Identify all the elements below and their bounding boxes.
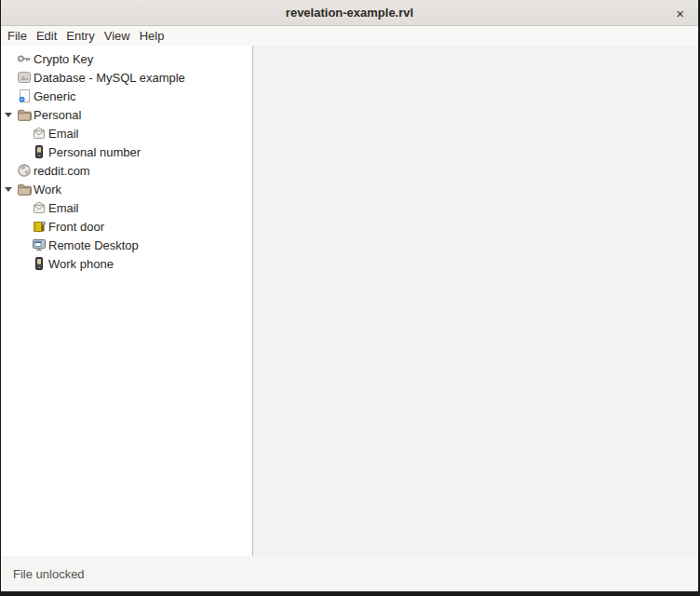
tree-item-label: Email: [48, 201, 79, 215]
phone-icon: [32, 144, 47, 159]
tree-row-generic[interactable]: Generic: [1, 87, 252, 105]
tree-row-reddit[interactable]: reddit.com: [1, 161, 252, 180]
expander-spacer: [20, 144, 32, 159]
tree-row-database[interactable]: Database - MySQL example: [1, 68, 252, 87]
tree-item-label: Crypto Key: [34, 52, 93, 66]
key-icon: [17, 51, 32, 66]
app-window: revelation-example.rvl × File Edit Entry…: [1, 0, 698, 591]
tree-item-label: Email: [48, 127, 79, 141]
tree-row-personal-number[interactable]: Personal number: [1, 142, 252, 161]
expander-spacer: [5, 70, 17, 85]
menu-entry[interactable]: Entry: [61, 27, 99, 45]
door-icon: [32, 219, 47, 234]
detail-pane: [253, 46, 698, 556]
email-icon: [32, 126, 47, 141]
menu-view[interactable]: View: [100, 27, 135, 45]
tree-item-label: Generic: [34, 89, 76, 103]
menu-file[interactable]: File: [3, 27, 32, 45]
expander-arrow-icon[interactable]: [5, 107, 17, 122]
tree-row-remote-desktop[interactable]: Remote Desktop: [1, 236, 252, 254]
expander-spacer: [20, 200, 32, 215]
expander-spacer: [5, 163, 17, 178]
window-title: revelation-example.rvl: [286, 6, 413, 20]
expander-spacer: [20, 256, 32, 271]
website-globe-icon: [17, 163, 32, 178]
tree-row-work-email[interactable]: Email: [1, 198, 252, 217]
tree-row-work-folder[interactable]: Work: [1, 180, 252, 198]
generic-icon: [17, 88, 32, 103]
phone-icon: [32, 256, 47, 271]
folder-icon: [17, 182, 32, 196]
menu-edit[interactable]: Edit: [32, 27, 61, 45]
folder-icon: [17, 107, 32, 122]
expander-spacer: [5, 51, 17, 66]
tree-item-label: reddit.com: [34, 164, 90, 178]
close-button[interactable]: ×: [671, 4, 689, 21]
email-icon: [32, 200, 47, 215]
menubar: File Edit Entry View Help: [1, 26, 698, 46]
expander-spacer: [20, 126, 32, 141]
menu-help[interactable]: Help: [135, 27, 169, 45]
tree-row-crypto-key[interactable]: Crypto Key: [1, 49, 252, 68]
tree-row-personal-folder[interactable]: Personal: [1, 105, 252, 124]
expander-spacer: [20, 219, 32, 234]
titlebar[interactable]: revelation-example.rvl ×: [1, 0, 698, 26]
remote-desktop-icon: [32, 237, 47, 252]
tree-item-label: Personal: [34, 108, 81, 122]
expander-arrow-icon[interactable]: [5, 182, 17, 196]
main-content: Crypto Key Database - MySQL example: [1, 46, 698, 556]
tree-item-label: Work: [34, 183, 61, 196]
tree-item-label: Database - MySQL example: [34, 71, 185, 85]
status-text: File unlocked: [13, 567, 85, 581]
expander-spacer: [5, 88, 17, 103]
tree-item-label: Remote Desktop: [48, 238, 139, 252]
entry-tree-panel[interactable]: Crypto Key Database - MySQL example: [1, 46, 253, 556]
tree-item-label: Work phone: [48, 257, 114, 271]
tree-row-personal-email[interactable]: Email: [1, 124, 252, 142]
statusbar: File unlocked: [1, 556, 698, 591]
tree-item-label: Personal number: [48, 145, 141, 159]
tree-row-work-phone[interactable]: Work phone: [1, 254, 252, 273]
expander-spacer: [20, 237, 32, 252]
tree-row-front-door[interactable]: Front door: [1, 217, 252, 236]
tree-item-label: Front door: [48, 220, 104, 234]
database-icon: [17, 70, 32, 85]
